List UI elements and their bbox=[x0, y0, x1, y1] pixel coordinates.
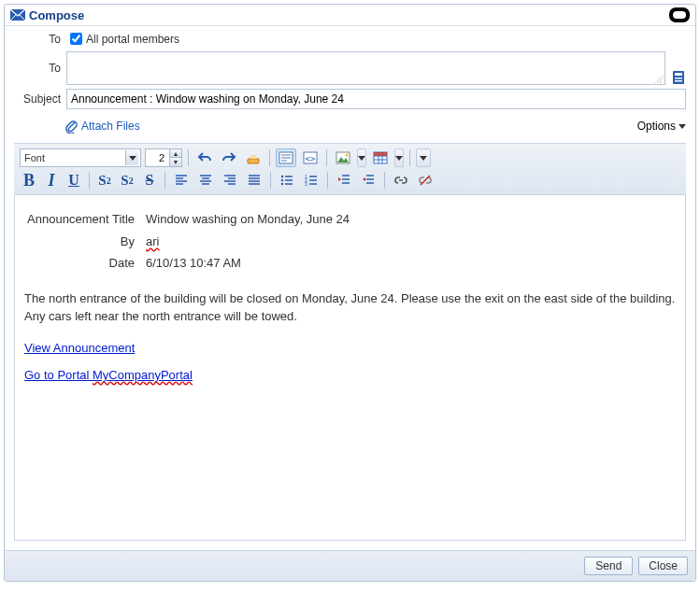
svg-text:<>: <> bbox=[306, 154, 316, 163]
svg-point-38 bbox=[281, 176, 283, 177]
meta-title-value: Window washing on Monday, June 24 bbox=[146, 210, 676, 229]
spin-down-icon[interactable]: ▼ bbox=[170, 158, 181, 166]
svg-text:3: 3 bbox=[305, 181, 307, 187]
bold-button[interactable]: B bbox=[20, 171, 38, 190]
attach-files-label: Attach Files bbox=[81, 120, 140, 133]
strikethrough-button[interactable]: S bbox=[140, 171, 159, 190]
meta-by-value: ari bbox=[146, 233, 676, 251]
editor-toolbar: Font ▲ ▼ bbox=[14, 143, 686, 195]
address-book-icon[interactable] bbox=[671, 70, 686, 85]
svg-rect-5 bbox=[248, 159, 259, 163]
subscript-button[interactable]: S2 bbox=[95, 171, 114, 190]
italic-button[interactable]: I bbox=[42, 171, 61, 190]
svg-rect-6 bbox=[250, 155, 256, 159]
image-split-dropdown[interactable] bbox=[357, 148, 366, 167]
options-dropdown[interactable]: Options bbox=[637, 120, 686, 133]
view-announcement-link[interactable]: View Announcement bbox=[24, 339, 135, 358]
undo-button[interactable] bbox=[194, 148, 215, 167]
insert-table-button[interactable] bbox=[370, 148, 391, 167]
recipients-input[interactable] bbox=[66, 51, 665, 85]
indent-button[interactable] bbox=[358, 171, 379, 190]
subject-label: Subject bbox=[14, 92, 66, 106]
meta-title-label: Announcement Title bbox=[24, 210, 146, 229]
svg-rect-4 bbox=[675, 80, 682, 82]
options-label: Options bbox=[637, 120, 676, 133]
source-view-button[interactable]: <> bbox=[300, 148, 321, 167]
table-split-dropdown[interactable] bbox=[394, 148, 404, 167]
insert-image-button[interactable] bbox=[333, 148, 353, 167]
to-recipients-row: To bbox=[14, 51, 686, 85]
font-size-stepper[interactable]: ▲ ▼ bbox=[145, 148, 182, 167]
spin-up-icon[interactable]: ▲ bbox=[170, 149, 181, 158]
svg-marker-57 bbox=[363, 177, 365, 181]
paperclip-icon bbox=[64, 119, 78, 134]
svg-marker-53 bbox=[338, 177, 341, 181]
svg-rect-21 bbox=[374, 152, 387, 156]
all-portal-members-label: All portal members bbox=[86, 33, 179, 46]
dialog-title: Compose bbox=[29, 8, 84, 22]
font-family-value: Font bbox=[24, 152, 45, 163]
align-right-button[interactable] bbox=[220, 171, 240, 190]
close-button[interactable]: Close bbox=[638, 557, 688, 575]
chevron-down-icon bbox=[679, 124, 686, 129]
subject-input[interactable] bbox=[66, 89, 686, 109]
resize-grip-icon[interactable] bbox=[653, 74, 663, 83]
ordered-list-button[interactable]: 123 bbox=[301, 171, 321, 190]
to-all-row: To All portal members bbox=[14, 30, 686, 48]
meta-by-label: By bbox=[24, 233, 146, 251]
outdent-button[interactable] bbox=[334, 171, 354, 190]
to2-label: To bbox=[14, 62, 66, 75]
align-center-button[interactable] bbox=[195, 171, 216, 190]
svg-point-40 bbox=[281, 183, 283, 185]
attach-files-link[interactable]: Attach Files bbox=[64, 119, 140, 134]
svg-point-39 bbox=[281, 179, 283, 181]
font-family-select[interactable]: Font bbox=[20, 148, 141, 167]
compose-dialog: Compose To All portal members To bbox=[4, 4, 696, 582]
attach-options-row: Attach Files Options bbox=[5, 113, 695, 143]
header-form: To All portal members To Subject bbox=[5, 26, 695, 109]
insert-link-button[interactable] bbox=[391, 171, 411, 190]
clear-formatting-button[interactable] bbox=[243, 148, 264, 167]
unordered-list-button[interactable] bbox=[277, 171, 297, 190]
svg-rect-2 bbox=[675, 73, 682, 76]
misc-dropdown[interactable] bbox=[416, 148, 431, 167]
go-to-portal-link[interactable]: Go to Portal MyCompanyPortal bbox=[24, 366, 193, 385]
chevron-down-icon bbox=[125, 150, 138, 165]
align-left-button[interactable] bbox=[171, 171, 192, 190]
underline-button[interactable]: U bbox=[64, 171, 83, 190]
remove-link-button[interactable] bbox=[415, 171, 436, 190]
mail-icon bbox=[10, 9, 25, 21]
titlebar-left: Compose bbox=[10, 8, 84, 22]
svg-point-15 bbox=[346, 154, 349, 157]
subject-row: Subject bbox=[14, 89, 686, 109]
send-button[interactable]: Send bbox=[584, 557, 633, 575]
dialog-footer: Send Close bbox=[5, 550, 695, 581]
titlebar: Compose bbox=[5, 5, 695, 26]
design-view-button[interactable] bbox=[276, 148, 296, 167]
announcement-meta: Announcement Title Window washing on Mon… bbox=[24, 210, 676, 273]
meta-date-label: Date bbox=[24, 254, 146, 273]
svg-rect-3 bbox=[675, 78, 682, 79]
editor-body[interactable]: Announcement Title Window washing on Mon… bbox=[14, 195, 686, 541]
font-size-value[interactable] bbox=[146, 152, 166, 163]
all-portal-members-checkbox[interactable] bbox=[70, 33, 82, 45]
announcement-body-text: The north entrance of the building will … bbox=[24, 289, 676, 326]
redo-button[interactable] bbox=[219, 148, 239, 167]
superscript-button[interactable]: S2 bbox=[118, 171, 136, 190]
window-control-icon[interactable] bbox=[669, 7, 690, 22]
to-label: To bbox=[14, 33, 66, 46]
align-justify-button[interactable] bbox=[244, 171, 264, 190]
meta-date-value: 6/10/13 10:47 AM bbox=[146, 254, 676, 273]
